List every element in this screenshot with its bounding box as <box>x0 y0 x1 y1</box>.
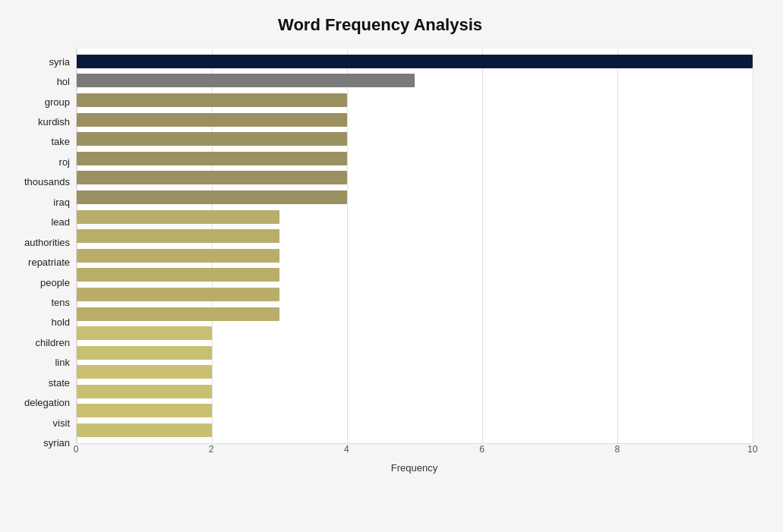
bar-hol <box>77 74 415 87</box>
bar-row <box>77 131 753 147</box>
bar-row <box>77 112 753 128</box>
bar-thousands <box>77 171 347 184</box>
y-label: syrian <box>43 433 70 453</box>
bar-row <box>77 266 753 283</box>
y-label: group <box>45 92 70 112</box>
bar-row <box>77 364 753 380</box>
bar-row <box>77 228 753 244</box>
x-tick: 10 <box>747 444 757 455</box>
bar-row <box>77 150 753 167</box>
bar-row <box>77 209 753 225</box>
plot-area: 0246810 Frequency <box>76 49 753 474</box>
bar-row <box>77 169 753 186</box>
bar-take <box>77 132 347 146</box>
y-label: delegation <box>24 393 70 413</box>
bar-roj <box>77 152 347 165</box>
y-label: roj <box>59 152 70 172</box>
x-ticks: 0246810 <box>76 444 753 459</box>
y-label: repatriate <box>28 253 70 272</box>
x-tick: 2 <box>209 444 214 455</box>
bar-delegation <box>77 385 212 398</box>
bar-state <box>77 365 212 379</box>
bar-row <box>77 383 753 400</box>
y-label: lead <box>51 212 70 232</box>
bar-hold <box>77 307 279 321</box>
y-label: people <box>40 272 70 292</box>
bar-row <box>77 92 753 109</box>
y-label: take <box>51 132 70 152</box>
chart-title: Word Frequency Analysis <box>8 15 753 35</box>
y-label: visit <box>53 413 70 433</box>
bar-row <box>77 286 753 303</box>
bar-row <box>77 422 753 439</box>
bar-row <box>77 306 753 323</box>
y-label: thousands <box>24 172 70 192</box>
grid-line <box>753 49 753 443</box>
y-label: authorities <box>24 232 70 252</box>
y-label: tens <box>51 292 70 312</box>
chart-container: Word Frequency Analysis syriaholgroupkur… <box>0 0 783 532</box>
bar-row <box>77 247 753 264</box>
x-tick: 4 <box>344 444 349 455</box>
bar-row <box>77 72 753 89</box>
x-axis: 0246810 Frequency <box>76 444 753 474</box>
bars-inner <box>77 49 753 443</box>
bar-people <box>77 268 279 282</box>
bar-link <box>77 346 212 360</box>
y-label: state <box>49 373 70 392</box>
bar-syria <box>77 55 753 68</box>
x-axis-label: Frequency <box>76 462 753 474</box>
x-tick: 6 <box>479 444 485 455</box>
y-label: hold <box>51 313 70 332</box>
y-label: children <box>35 332 70 352</box>
bar-group <box>77 93 347 107</box>
y-axis: syriaholgroupkurdishtakerojthousandsiraq… <box>8 49 76 474</box>
bar-row <box>77 402 753 419</box>
chart-area: syriaholgroupkurdishtakerojthousandsiraq… <box>8 49 753 474</box>
bar-row <box>77 53 753 70</box>
bar-lead <box>77 210 279 224</box>
y-label: kurdish <box>38 112 70 132</box>
bar-children <box>77 326 212 340</box>
bar-row <box>77 325 753 342</box>
y-label: hol <box>57 72 70 92</box>
bar-tens <box>77 288 279 301</box>
bar-repatriate <box>77 249 279 263</box>
bar-authorities <box>77 229 279 243</box>
bar-row <box>77 189 753 206</box>
bar-row <box>77 345 753 361</box>
bars-container <box>76 49 753 444</box>
y-label: iraq <box>53 192 70 212</box>
bar-visit <box>77 404 212 417</box>
bar-syrian <box>77 423 212 437</box>
x-tick: 0 <box>74 444 79 455</box>
x-tick: 8 <box>614 444 620 455</box>
y-label: syria <box>49 52 70 71</box>
bar-iraq <box>77 190 347 204</box>
bar-kurdish <box>77 113 347 127</box>
y-label: link <box>55 353 70 373</box>
